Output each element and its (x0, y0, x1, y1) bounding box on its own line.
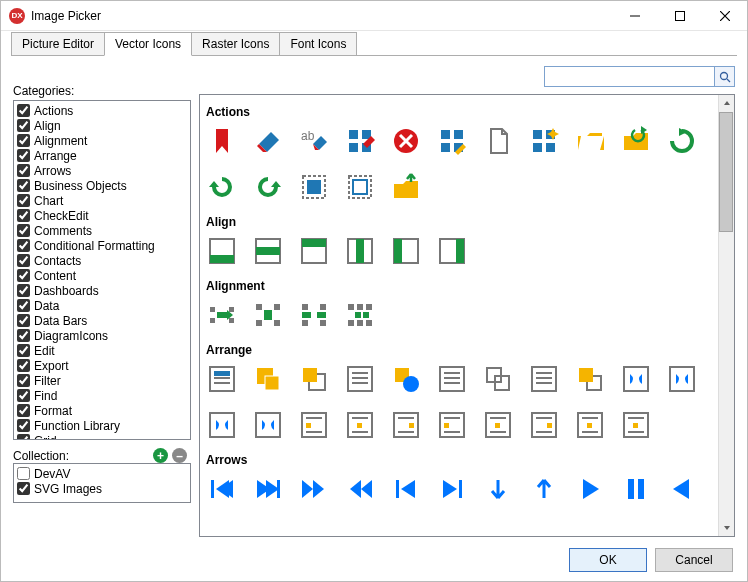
stack-yel-gray-icon[interactable] (574, 363, 606, 395)
selection-dashed-icon[interactable] (344, 171, 376, 203)
text-lines-b-icon[interactable] (436, 363, 468, 395)
butterfly-b-icon[interactable] (666, 363, 698, 395)
rotate-cw-icon[interactable] (252, 171, 284, 203)
text-box-f-icon[interactable] (528, 409, 560, 441)
collection-list[interactable]: DevAVSVG Images (13, 463, 191, 503)
tab-raster-icons[interactable]: Raster Icons (191, 32, 280, 55)
category-checkbox[interactable] (17, 224, 30, 237)
category-item[interactable]: Arrows (16, 163, 188, 178)
scroll-down-button[interactable] (719, 520, 735, 536)
text-box-b-icon[interactable] (344, 409, 376, 441)
align-left-icon[interactable] (390, 235, 422, 267)
category-item[interactable]: Conditional Formatting (16, 238, 188, 253)
remove-collection-button[interactable]: – (172, 448, 187, 463)
cancel-button[interactable]: Cancel (655, 548, 733, 572)
butterfly-a-icon[interactable] (620, 363, 652, 395)
category-checkbox[interactable] (17, 164, 30, 177)
color-grid-icon[interactable] (344, 125, 376, 157)
category-checkbox[interactable] (17, 104, 30, 117)
arrow-up-icon[interactable] (528, 473, 560, 505)
category-checkbox[interactable] (17, 254, 30, 267)
bring-front-yel-icon[interactable] (252, 363, 284, 395)
add-collection-button[interactable]: + (153, 448, 168, 463)
category-checkbox[interactable] (17, 359, 30, 372)
icon-scroll-area[interactable]: ActionsabAlignAlignmentArrangeArrows (200, 95, 718, 536)
category-checkbox[interactable] (17, 149, 30, 162)
tab-font-icons[interactable]: Font Icons (279, 32, 357, 55)
pause-icon[interactable] (620, 473, 652, 505)
align-arrow-right-icon[interactable] (206, 299, 238, 331)
stack-back-yel-icon[interactable] (298, 363, 330, 395)
category-checkbox[interactable] (17, 209, 30, 222)
rotate-ccw-icon[interactable] (206, 171, 238, 203)
category-item[interactable]: Arrange (16, 148, 188, 163)
category-checkbox[interactable] (17, 284, 30, 297)
close-button[interactable] (702, 1, 747, 30)
category-checkbox[interactable] (17, 134, 30, 147)
draw-grid-icon[interactable] (436, 125, 468, 157)
category-item[interactable]: Function Library (16, 418, 188, 433)
align-block-split-icon[interactable] (298, 299, 330, 331)
category-item[interactable]: Business Objects (16, 178, 188, 193)
circle-yel-blu-icon[interactable] (390, 363, 422, 395)
category-item[interactable]: Align (16, 118, 188, 133)
category-item[interactable]: Data Bars (16, 313, 188, 328)
align-right-icon[interactable] (436, 235, 468, 267)
category-item[interactable]: Filter (16, 373, 188, 388)
scroll-up-button[interactable] (719, 95, 735, 111)
blank-page-icon[interactable] (482, 125, 514, 157)
category-item[interactable]: Export (16, 358, 188, 373)
tab-picture-editor[interactable]: Picture Editor (11, 32, 105, 55)
bookmark-icon[interactable] (206, 125, 238, 157)
ok-button[interactable]: OK (569, 548, 647, 572)
search-button[interactable] (714, 66, 735, 87)
search-input[interactable] (544, 66, 714, 87)
category-checkbox[interactable] (17, 269, 30, 282)
stack-gray-icon[interactable] (482, 363, 514, 395)
text-lines-c-icon[interactable] (528, 363, 560, 395)
eraser-ab-icon[interactable]: ab (298, 125, 330, 157)
rewind-icon[interactable] (344, 473, 376, 505)
category-item[interactable]: Comments (16, 223, 188, 238)
category-item[interactable]: DiagramIcons (16, 328, 188, 343)
align-block-center-icon[interactable] (252, 299, 284, 331)
category-item[interactable]: Data (16, 298, 188, 313)
vertical-scrollbar[interactable] (718, 95, 734, 536)
selection-solid-icon[interactable] (298, 171, 330, 203)
category-checkbox[interactable] (17, 389, 30, 402)
next-track-icon[interactable] (436, 473, 468, 505)
butterfly-c-icon[interactable] (206, 409, 238, 441)
skip-first-icon[interactable] (206, 473, 238, 505)
prev-track-icon[interactable] (390, 473, 422, 505)
cancel-circle-icon[interactable] (390, 125, 422, 157)
category-item[interactable]: Edit (16, 343, 188, 358)
text-box-d-icon[interactable] (436, 409, 468, 441)
category-checkbox[interactable] (17, 299, 30, 312)
category-item[interactable]: Format (16, 403, 188, 418)
play-icon[interactable] (574, 473, 606, 505)
align-middle-icon[interactable] (252, 235, 284, 267)
text-first-icon[interactable] (206, 363, 238, 395)
category-checkbox[interactable] (17, 434, 30, 440)
category-item[interactable]: CheckEdit (16, 208, 188, 223)
category-checkbox[interactable] (17, 194, 30, 207)
fast-forward-icon[interactable] (298, 473, 330, 505)
align-center-v-icon[interactable] (344, 235, 376, 267)
category-item[interactable]: Alignment (16, 133, 188, 148)
categories-list[interactable]: ActionsAlignAlignmentArrangeArrowsBusine… (13, 100, 191, 440)
text-box-c-icon[interactable] (390, 409, 422, 441)
category-item[interactable]: Chart (16, 193, 188, 208)
category-checkbox[interactable] (17, 314, 30, 327)
category-item[interactable]: Find (16, 388, 188, 403)
category-checkbox[interactable] (17, 119, 30, 132)
align-top-icon[interactable] (298, 235, 330, 267)
collection-checkbox[interactable] (17, 467, 30, 480)
arrow-down-icon[interactable] (482, 473, 514, 505)
category-item[interactable]: Dashboards (16, 283, 188, 298)
category-checkbox[interactable] (17, 344, 30, 357)
triangle-left-icon[interactable] (666, 473, 698, 505)
text-box-e-icon[interactable] (482, 409, 514, 441)
align-bottom-icon[interactable] (206, 235, 238, 267)
folder-refresh-icon[interactable] (620, 125, 652, 157)
text-lines-a-icon[interactable] (344, 363, 376, 395)
